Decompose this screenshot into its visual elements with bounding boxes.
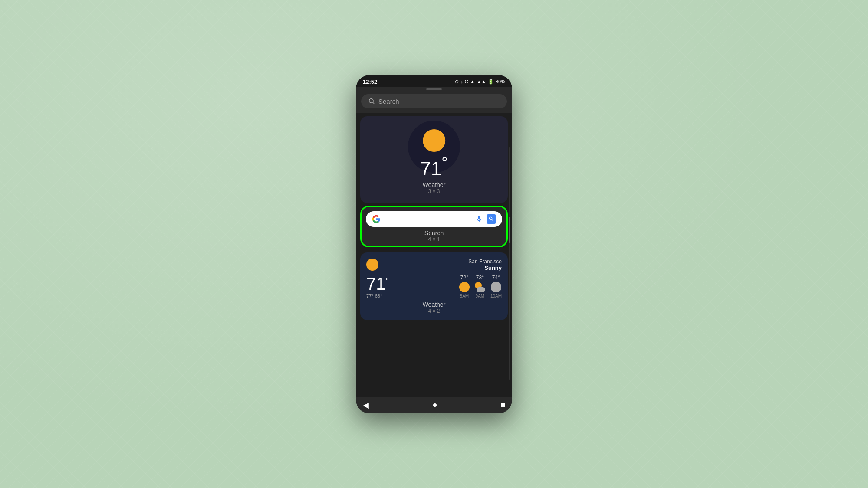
hour-temp-10am: 74° [492,275,500,281]
hour-icon-10am [491,282,501,292]
location-condition: Sunny [468,265,502,271]
search-widget-label: Search 4 × 1 [366,227,502,243]
widget-weather-medium[interactable]: San Francisco Sunny 71° 77° 68° 72° [360,252,508,320]
hour-icon-8am [459,282,470,292]
top-search-bar[interactable]: Search [361,94,507,108]
download-icon: ↓ [460,79,463,84]
weather-large-label-area: Weather 3 × 3 [423,178,446,196]
lens-icon [487,214,496,224]
handle-bar [426,88,442,90]
hour-item-10am: 74° 10AM [490,275,502,298]
content-area: 71° Weather 3 × 3 [356,113,512,397]
weather-medium-size: 4 × 2 [366,308,502,314]
battery-percent: 80% [496,79,505,84]
weather-medium-name: Weather [366,301,502,308]
hourly-forecast: 72° 8AM 73° 9AM 7 [459,275,502,298]
search-placeholder: Search [378,98,500,105]
hour-item-9am: 73° 9AM [475,275,485,298]
phone-frame: 12:52 ⊕ ↓ G ▲ ▲▲ 🔋 80% Search [356,75,512,413]
hour-label-9am: 9AM [476,294,485,298]
status-time: 12:52 [363,79,377,85]
hour-label-10am: 10AM [490,294,502,298]
widget-search[interactable]: Search 4 × 1 [360,206,508,247]
weather-medium-label: Weather 4 × 2 [366,298,502,314]
temp-main-container: 71° 77° 68° [366,275,389,298]
hour-label-8am: 8AM [460,294,469,298]
recents-button[interactable]: ■ [500,400,505,409]
search-widget-name: Search [366,229,502,236]
sun-icon-small [366,259,378,271]
status-bar: 12:52 ⊕ ↓ G ▲ ▲▲ 🔋 80% [356,75,512,87]
widget-weather-large[interactable]: 71° Weather 3 × 3 [360,116,508,203]
battery-icon: 🔋 [488,79,494,85]
svg-line-1 [373,102,374,104]
sun-icon-large [423,129,445,152]
signal-icon: ▲▲ [477,79,486,84]
search-widget-size: 4 × 1 [366,236,502,242]
weather-medium-header: San Francisco Sunny [366,259,502,271]
top-search-area: Search [356,91,512,113]
hour-temp-9am: 73° [476,275,484,281]
search-icon [368,98,375,105]
location-city: San Francisco [468,259,502,265]
weather-large-name: Weather [423,181,446,188]
status-icons: ⊕ ↓ G ▲ ▲▲ 🔋 80% [455,79,505,85]
weather-main: 71° 77° 68° 72° 8AM 73° [366,275,502,298]
bottom-nav-bar: ◀ ■ [356,397,512,413]
scrollbar-track[interactable] [509,147,510,380]
hour-temp-8am: 72° [460,275,468,281]
weather-large-size: 3 × 3 [423,188,446,194]
hour-item-8am: 72° 8AM [459,275,470,298]
location-info: San Francisco Sunny [468,259,502,271]
google-search-bar[interactable] [366,211,502,227]
partly-cloud [477,287,485,292]
hour-icon-9am [475,282,485,292]
high-low: 77° 68° [366,293,389,298]
google-logo [372,215,381,223]
mic-icon [475,215,483,223]
google-icon: G [465,79,469,84]
scrollbar-thumb[interactable] [509,217,510,243]
svg-point-0 [369,99,373,103]
home-dot[interactable] [433,403,437,407]
whatsapp-icon: ⊕ [455,79,459,85]
temp-main: 71° [366,275,389,292]
temp-large: 71° [420,155,448,178]
back-button[interactable]: ◀ [363,400,369,410]
weather-sun-container: 71° [420,129,448,178]
drag-handle[interactable] [356,87,512,91]
wifi-icon: ▲ [470,79,475,84]
